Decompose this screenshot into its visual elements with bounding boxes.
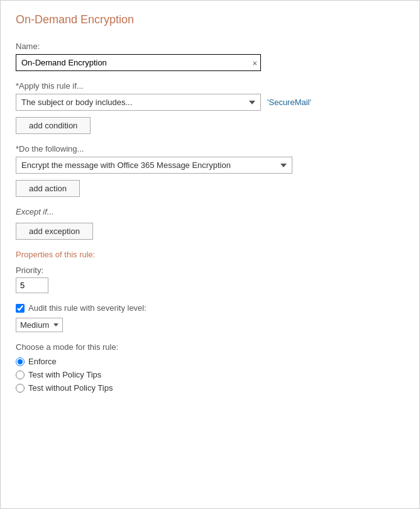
audit-row: Audit this rule with severity level: bbox=[16, 303, 404, 313]
priority-label: Priority: bbox=[16, 266, 404, 275]
severity-wrapper: Medium Low High bbox=[16, 318, 404, 332]
apply-rule-group: *Apply this rule if... The subject or bo… bbox=[16, 81, 404, 134]
name-input-wrapper: × bbox=[16, 54, 261, 71]
name-label: Name: bbox=[16, 42, 404, 51]
except-if-group: Except if... add exception bbox=[16, 207, 404, 240]
except-if-label: Except if... bbox=[16, 207, 404, 216]
apply-rule-dropdown[interactable]: The subject or body includes... bbox=[16, 94, 261, 111]
add-action-button[interactable]: add action bbox=[16, 180, 80, 197]
do-following-dropdown[interactable]: Encrypt the message with Office 365 Mess… bbox=[16, 157, 292, 174]
page-title: On-Demand Encryption bbox=[16, 13, 404, 26]
secure-mail-link[interactable]: 'SecureMail' bbox=[267, 98, 311, 107]
properties-title: Properties of this rule: bbox=[16, 250, 404, 259]
mode-label: Choose a mode for this rule: bbox=[16, 342, 404, 352]
radio-enforce-label: Enforce bbox=[28, 357, 57, 366]
do-following-group: *Do the following... Encrypt the message… bbox=[16, 144, 404, 197]
audit-checkbox[interactable] bbox=[16, 304, 25, 313]
apply-rule-row: The subject or body includes... 'SecureM… bbox=[16, 94, 404, 111]
radio-enforce: Enforce bbox=[16, 357, 404, 366]
add-exception-button[interactable]: add exception bbox=[16, 223, 93, 240]
severity-dropdown[interactable]: Medium Low High bbox=[16, 318, 63, 332]
properties-section: Properties of this rule: Priority: Audit… bbox=[16, 250, 404, 393]
do-following-row: Encrypt the message with Office 365 Mess… bbox=[16, 157, 404, 174]
name-clear-icon[interactable]: × bbox=[252, 59, 257, 67]
name-input[interactable] bbox=[16, 54, 261, 71]
radio-enforce-input[interactable] bbox=[16, 357, 25, 366]
main-panel: On-Demand Encryption Name: × *Apply this… bbox=[0, 0, 420, 509]
mode-section: Choose a mode for this rule: Enforce Tes… bbox=[16, 342, 404, 393]
add-condition-button[interactable]: add condition bbox=[16, 117, 91, 134]
radio-test-no-tips: Test without Policy Tips bbox=[16, 383, 404, 393]
priority-group: Priority: bbox=[16, 266, 404, 293]
apply-rule-label: *Apply this rule if... bbox=[16, 81, 404, 91]
radio-test-tips-input[interactable] bbox=[16, 371, 25, 379]
name-field-group: Name: × bbox=[16, 42, 404, 71]
radio-test-tips-label: Test with Policy Tips bbox=[28, 370, 101, 379]
audit-label: Audit this rule with severity level: bbox=[28, 303, 146, 313]
radio-test-no-tips-label: Test without Policy Tips bbox=[28, 383, 113, 393]
do-following-label: *Do the following... bbox=[16, 144, 404, 154]
radio-test-tips: Test with Policy Tips bbox=[16, 370, 404, 379]
priority-input[interactable] bbox=[16, 277, 48, 293]
radio-test-no-tips-input[interactable] bbox=[16, 384, 25, 393]
